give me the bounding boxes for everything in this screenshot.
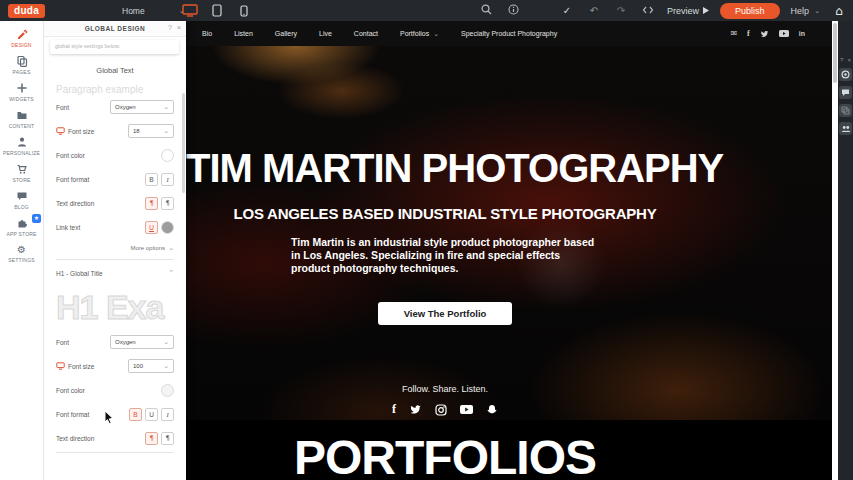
right-toolbar-help-icon[interactable]: ? [840,57,843,63]
sidebar-item-app-store[interactable]: ★ APP STORE [0,213,43,240]
sidebar-item-widgets[interactable]: WIDGETS [0,78,43,105]
play-icon [703,7,709,14]
panel-header: GLOBAL DESIGN ? × [44,21,186,37]
view-portfolio-button[interactable]: View The Portfolio [378,302,513,325]
chevron-down-icon: ⌄ [163,338,169,346]
sidebar-item-blog[interactable]: BLOG [0,186,43,213]
undo-icon[interactable]: ↶ [586,5,602,16]
h1-example-text: H1 Exa [56,284,174,330]
youtube-icon[interactable] [779,30,789,37]
linkedin-icon[interactable]: in [799,30,805,37]
portfolios-title: PORTFOLIOS [186,434,704,480]
sidebar-item-personalize[interactable]: PERSONALIZE [0,132,43,159]
nav-item-contact[interactable]: Contact [343,30,389,37]
facebook-icon[interactable]: f [747,29,750,38]
snapchat-icon[interactable] [486,402,498,417]
h1-font-row: Font Oxygen ⌄ [56,330,174,354]
h1-italic-button[interactable]: I [161,408,174,421]
tablet-device-icon[interactable] [208,3,226,18]
panel-divider [56,452,174,453]
twitter-icon[interactable] [760,30,769,38]
h1-rtl-direction-button[interactable]: ¶ [161,432,174,445]
dashboard-home-icon[interactable]: ⌂ [831,4,847,18]
h1-underline-button[interactable]: U [145,408,158,421]
rtl-direction-button[interactable]: ¶ [161,197,174,210]
font-select[interactable]: Oxygen ⌄ [110,100,174,114]
sidebar-item-store[interactable]: STORE [0,159,43,186]
device-override-icon [56,362,65,371]
h1-section-header[interactable]: H1 - Global Title ⌃ [56,262,174,284]
info-icon[interactable] [505,4,521,17]
h1-font-color-row: Font color [56,378,174,402]
nav-item-gallery[interactable]: Gallery [264,30,308,37]
duda-logo[interactable]: duda [8,4,45,18]
users-icon[interactable] [839,122,852,135]
save-check-icon[interactable]: ✓ [559,5,575,16]
panel-help-icon[interactable]: ? [168,24,172,31]
text-direction-row: Text direction ¶ ¶ [56,191,174,215]
more-options-link[interactable]: More options ⌄ [56,239,174,257]
redo-icon[interactable]: ↷ [613,5,629,16]
link-color-swatch[interactable] [161,221,174,234]
plus-icon [16,82,28,94]
panel-scrollbar[interactable] [182,93,185,193]
search-icon[interactable] [478,4,494,17]
font-color-swatch[interactable] [161,149,174,162]
sidebar-item-settings[interactable]: ⚙ SETTINGS [0,240,43,267]
sidebar-item-content[interactable]: CONTENT [0,105,43,132]
help-menu[interactable]: Help ⌄ [791,6,820,16]
brush-icon [16,28,28,40]
underline-button[interactable]: U [145,221,158,234]
nav-item-bio[interactable]: Bio [191,30,223,37]
ltr-direction-button[interactable]: ¶ [145,197,158,210]
font-size-select[interactable]: 18 ⌄ [128,124,174,138]
nav-item-live[interactable]: Live [308,30,343,37]
font-color-row: Font color [56,143,174,167]
device-override-icon [56,127,65,136]
italic-button[interactable]: I [161,173,174,186]
email-icon[interactable]: ✉ [730,29,737,38]
comment-icon[interactable] [839,86,852,99]
portfolios-section: PORTFOLIOS [186,420,833,480]
sidebar-item-design[interactable]: DESIGN [0,24,43,51]
panel-close-icon[interactable]: × [177,24,181,31]
panel-title: GLOBAL DESIGN [85,25,146,32]
nav-item-portfolios[interactable]: Portfolios ⌄ [389,30,450,38]
person-icon [16,136,28,148]
preview-scrollbar-thumb[interactable] [833,23,837,83]
font-row: Font Oxygen ⌄ [56,95,174,119]
follow-share-listen-text: Follow. Share. Listen. [186,384,704,394]
hero-title: TIM MARTIN PHOTOGRAPHY [186,146,704,191]
preview-button[interactable]: Preview [667,6,709,16]
chevron-down-icon: ⌄ [433,30,439,38]
camera-icon[interactable] [839,68,852,81]
layers-icon[interactable] [839,104,852,117]
nav-item-listen[interactable]: Listen [223,30,264,37]
cart-icon [16,163,28,175]
folder-icon [16,109,28,121]
nav-item-specialty[interactable]: Specialty Product Photography [450,30,568,37]
h1-ltr-direction-button[interactable]: ¶ [145,432,158,445]
h1-font-select[interactable]: Oxygen ⌄ [110,335,174,349]
hero-paragraph: Tim Martin is an industrial style produc… [291,236,599,275]
hero-section: TIM MARTIN PHOTOGRAPHY LOS ANGELES BASED… [186,46,833,420]
desktop-device-icon[interactable] [181,3,199,18]
youtube-icon[interactable] [460,402,473,417]
right-toolbar-close-icon[interactable]: × [847,57,851,63]
page-selector-label: Home [122,6,145,16]
twitter-icon[interactable] [409,402,422,417]
publish-button[interactable]: Publish [720,3,780,19]
font-format-row: Font format B I [56,167,174,191]
h1-font-color-swatch[interactable] [161,384,174,397]
instagram-icon[interactable] [435,402,447,417]
sidebar-item-pages[interactable]: PAGES [0,51,43,78]
facebook-icon[interactable]: f [392,402,396,417]
font-size-row: Font size 18 ⌄ [56,119,174,143]
global-design-panel: GLOBAL DESIGN ? × global style settings … [44,21,186,480]
bold-button[interactable]: B [145,173,158,186]
page-selector-dropdown[interactable]: Home ⌄ [122,6,185,16]
h1-bold-button[interactable]: B [129,408,142,421]
mobile-device-icon[interactable] [235,3,253,18]
h1-font-size-select[interactable]: 100 ⌄ [128,359,174,373]
dev-mode-icon[interactable] [640,5,656,17]
